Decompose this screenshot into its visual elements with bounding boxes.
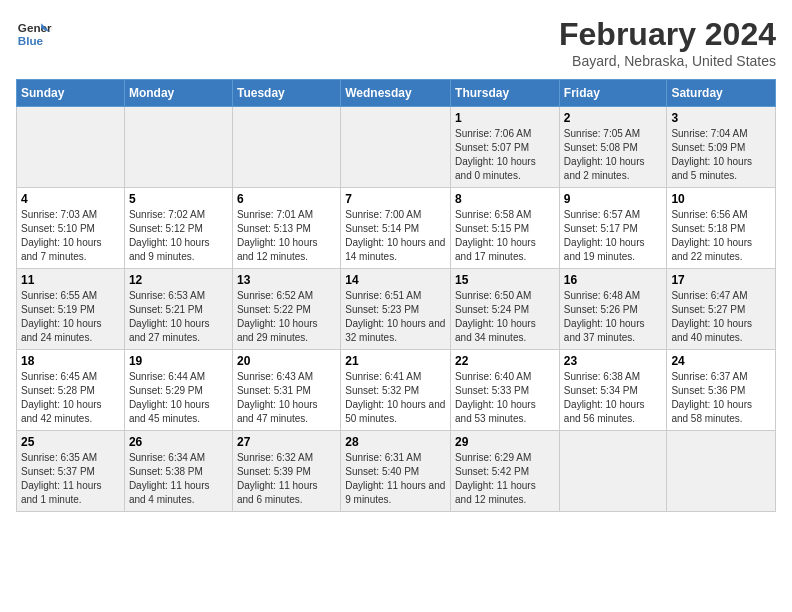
day-number: 14	[345, 273, 446, 287]
calendar-cell: 25Sunrise: 6:35 AM Sunset: 5:37 PM Dayli…	[17, 431, 125, 512]
weekday-header-row: SundayMondayTuesdayWednesdayThursdayFrid…	[17, 80, 776, 107]
calendar-cell	[17, 107, 125, 188]
day-info: Sunrise: 6:35 AM Sunset: 5:37 PM Dayligh…	[21, 451, 120, 507]
day-info: Sunrise: 6:31 AM Sunset: 5:40 PM Dayligh…	[345, 451, 446, 507]
week-row-4: 25Sunrise: 6:35 AM Sunset: 5:37 PM Dayli…	[17, 431, 776, 512]
calendar-cell: 24Sunrise: 6:37 AM Sunset: 5:36 PM Dayli…	[667, 350, 776, 431]
calendar-cell: 27Sunrise: 6:32 AM Sunset: 5:39 PM Dayli…	[232, 431, 340, 512]
weekday-header-wednesday: Wednesday	[341, 80, 451, 107]
day-number: 26	[129, 435, 228, 449]
day-info: Sunrise: 6:57 AM Sunset: 5:17 PM Dayligh…	[564, 208, 663, 264]
day-info: Sunrise: 6:44 AM Sunset: 5:29 PM Dayligh…	[129, 370, 228, 426]
weekday-header-sunday: Sunday	[17, 80, 125, 107]
day-number: 15	[455, 273, 555, 287]
day-number: 2	[564, 111, 663, 125]
calendar-cell: 9Sunrise: 6:57 AM Sunset: 5:17 PM Daylig…	[559, 188, 667, 269]
logo: General Blue	[16, 16, 52, 52]
day-number: 1	[455, 111, 555, 125]
day-number: 4	[21, 192, 120, 206]
day-number: 13	[237, 273, 336, 287]
day-number: 17	[671, 273, 771, 287]
day-number: 22	[455, 354, 555, 368]
day-info: Sunrise: 6:43 AM Sunset: 5:31 PM Dayligh…	[237, 370, 336, 426]
calendar-cell: 19Sunrise: 6:44 AM Sunset: 5:29 PM Dayli…	[124, 350, 232, 431]
day-info: Sunrise: 6:34 AM Sunset: 5:38 PM Dayligh…	[129, 451, 228, 507]
day-info: Sunrise: 6:55 AM Sunset: 5:19 PM Dayligh…	[21, 289, 120, 345]
weekday-header-friday: Friday	[559, 80, 667, 107]
calendar-cell: 2Sunrise: 7:05 AM Sunset: 5:08 PM Daylig…	[559, 107, 667, 188]
calendar-cell: 21Sunrise: 6:41 AM Sunset: 5:32 PM Dayli…	[341, 350, 451, 431]
day-info: Sunrise: 6:45 AM Sunset: 5:28 PM Dayligh…	[21, 370, 120, 426]
day-info: Sunrise: 6:47 AM Sunset: 5:27 PM Dayligh…	[671, 289, 771, 345]
calendar-table: SundayMondayTuesdayWednesdayThursdayFrid…	[16, 79, 776, 512]
location: Bayard, Nebraska, United States	[559, 53, 776, 69]
day-number: 29	[455, 435, 555, 449]
day-number: 10	[671, 192, 771, 206]
page-header: General Blue February 2024 Bayard, Nebra…	[16, 16, 776, 69]
day-info: Sunrise: 7:02 AM Sunset: 5:12 PM Dayligh…	[129, 208, 228, 264]
calendar-cell: 7Sunrise: 7:00 AM Sunset: 5:14 PM Daylig…	[341, 188, 451, 269]
calendar-cell: 26Sunrise: 6:34 AM Sunset: 5:38 PM Dayli…	[124, 431, 232, 512]
day-info: Sunrise: 7:00 AM Sunset: 5:14 PM Dayligh…	[345, 208, 446, 264]
day-info: Sunrise: 6:41 AM Sunset: 5:32 PM Dayligh…	[345, 370, 446, 426]
day-number: 20	[237, 354, 336, 368]
calendar-cell: 13Sunrise: 6:52 AM Sunset: 5:22 PM Dayli…	[232, 269, 340, 350]
day-number: 28	[345, 435, 446, 449]
day-info: Sunrise: 7:03 AM Sunset: 5:10 PM Dayligh…	[21, 208, 120, 264]
day-number: 16	[564, 273, 663, 287]
calendar-cell: 4Sunrise: 7:03 AM Sunset: 5:10 PM Daylig…	[17, 188, 125, 269]
day-number: 9	[564, 192, 663, 206]
week-row-3: 18Sunrise: 6:45 AM Sunset: 5:28 PM Dayli…	[17, 350, 776, 431]
day-number: 27	[237, 435, 336, 449]
calendar-cell: 29Sunrise: 6:29 AM Sunset: 5:42 PM Dayli…	[451, 431, 560, 512]
day-info: Sunrise: 6:53 AM Sunset: 5:21 PM Dayligh…	[129, 289, 228, 345]
title-area: February 2024 Bayard, Nebraska, United S…	[559, 16, 776, 69]
calendar-cell: 12Sunrise: 6:53 AM Sunset: 5:21 PM Dayli…	[124, 269, 232, 350]
day-number: 25	[21, 435, 120, 449]
calendar-cell: 3Sunrise: 7:04 AM Sunset: 5:09 PM Daylig…	[667, 107, 776, 188]
calendar-cell	[124, 107, 232, 188]
calendar-cell: 22Sunrise: 6:40 AM Sunset: 5:33 PM Dayli…	[451, 350, 560, 431]
weekday-header-monday: Monday	[124, 80, 232, 107]
day-info: Sunrise: 6:58 AM Sunset: 5:15 PM Dayligh…	[455, 208, 555, 264]
svg-text:General: General	[18, 21, 52, 34]
day-number: 8	[455, 192, 555, 206]
calendar-cell: 28Sunrise: 6:31 AM Sunset: 5:40 PM Dayli…	[341, 431, 451, 512]
calendar-cell: 5Sunrise: 7:02 AM Sunset: 5:12 PM Daylig…	[124, 188, 232, 269]
calendar-cell	[341, 107, 451, 188]
weekday-header-thursday: Thursday	[451, 80, 560, 107]
day-info: Sunrise: 7:01 AM Sunset: 5:13 PM Dayligh…	[237, 208, 336, 264]
day-number: 24	[671, 354, 771, 368]
calendar-cell: 15Sunrise: 6:50 AM Sunset: 5:24 PM Dayli…	[451, 269, 560, 350]
svg-text:Blue: Blue	[18, 34, 44, 47]
day-info: Sunrise: 6:52 AM Sunset: 5:22 PM Dayligh…	[237, 289, 336, 345]
calendar-cell: 10Sunrise: 6:56 AM Sunset: 5:18 PM Dayli…	[667, 188, 776, 269]
day-number: 7	[345, 192, 446, 206]
calendar-cell	[667, 431, 776, 512]
calendar-cell: 23Sunrise: 6:38 AM Sunset: 5:34 PM Dayli…	[559, 350, 667, 431]
week-row-0: 1Sunrise: 7:06 AM Sunset: 5:07 PM Daylig…	[17, 107, 776, 188]
calendar-cell: 20Sunrise: 6:43 AM Sunset: 5:31 PM Dayli…	[232, 350, 340, 431]
day-info: Sunrise: 6:37 AM Sunset: 5:36 PM Dayligh…	[671, 370, 771, 426]
day-number: 19	[129, 354, 228, 368]
calendar-cell: 1Sunrise: 7:06 AM Sunset: 5:07 PM Daylig…	[451, 107, 560, 188]
day-number: 5	[129, 192, 228, 206]
day-info: Sunrise: 7:04 AM Sunset: 5:09 PM Dayligh…	[671, 127, 771, 183]
day-number: 18	[21, 354, 120, 368]
day-info: Sunrise: 7:06 AM Sunset: 5:07 PM Dayligh…	[455, 127, 555, 183]
day-number: 3	[671, 111, 771, 125]
day-info: Sunrise: 6:38 AM Sunset: 5:34 PM Dayligh…	[564, 370, 663, 426]
day-info: Sunrise: 6:29 AM Sunset: 5:42 PM Dayligh…	[455, 451, 555, 507]
month-year: February 2024	[559, 16, 776, 53]
day-number: 6	[237, 192, 336, 206]
day-number: 12	[129, 273, 228, 287]
calendar-cell: 17Sunrise: 6:47 AM Sunset: 5:27 PM Dayli…	[667, 269, 776, 350]
day-info: Sunrise: 6:50 AM Sunset: 5:24 PM Dayligh…	[455, 289, 555, 345]
day-number: 11	[21, 273, 120, 287]
calendar-cell: 11Sunrise: 6:55 AM Sunset: 5:19 PM Dayli…	[17, 269, 125, 350]
week-row-2: 11Sunrise: 6:55 AM Sunset: 5:19 PM Dayli…	[17, 269, 776, 350]
day-number: 23	[564, 354, 663, 368]
day-info: Sunrise: 7:05 AM Sunset: 5:08 PM Dayligh…	[564, 127, 663, 183]
calendar-cell: 8Sunrise: 6:58 AM Sunset: 5:15 PM Daylig…	[451, 188, 560, 269]
calendar-cell: 18Sunrise: 6:45 AM Sunset: 5:28 PM Dayli…	[17, 350, 125, 431]
